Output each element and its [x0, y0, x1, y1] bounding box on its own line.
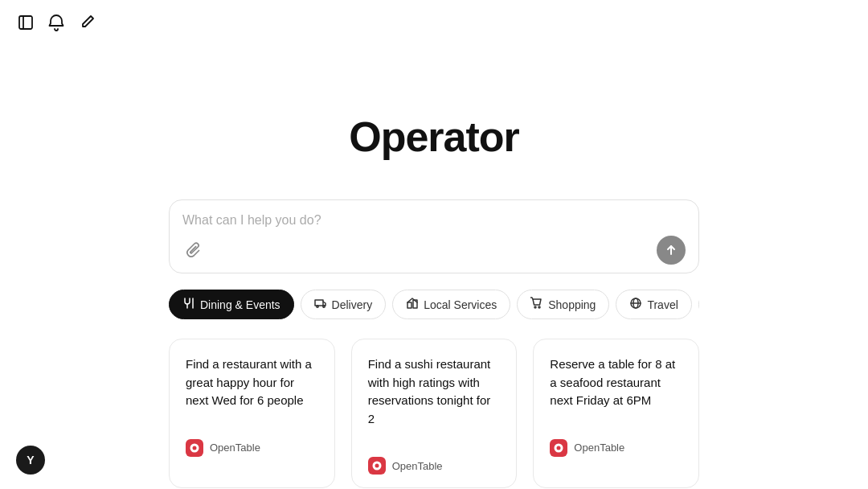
tab-delivery-label: Delivery [332, 298, 373, 311]
tab-news[interactable]: Ne... [698, 290, 699, 319]
suggestion-card-3[interactable]: Reserve a table for 8 at a seafood resta… [533, 339, 699, 488]
search-container [169, 199, 699, 273]
svg-rect-7 [407, 302, 411, 308]
local-icon [406, 297, 419, 312]
sidebar-toggle-icon[interactable] [16, 13, 35, 32]
tab-dining-label: Dining & Events [200, 298, 280, 311]
suggestion-card-1[interactable]: Find a restaurant with a great happy hou… [169, 339, 335, 488]
opentable-logo-3 [550, 439, 567, 457]
avatar[interactable]: Y [16, 446, 45, 475]
card-3-footer: OpenTable [550, 439, 682, 457]
tab-local-label: Local Services [424, 298, 497, 311]
svg-point-10 [538, 306, 540, 308]
tab-travel-label: Travel [647, 298, 678, 311]
card-3-text: Reserve a table for 8 at a seafood resta… [550, 355, 682, 410]
dining-icon [182, 297, 195, 312]
tab-local[interactable]: Local Services [392, 290, 510, 319]
travel-icon [629, 297, 642, 312]
cards-container: Find a restaurant with a great happy hou… [169, 339, 699, 488]
shopping-icon [530, 297, 543, 312]
svg-point-20 [375, 464, 379, 468]
tab-travel[interactable]: Travel [616, 290, 691, 319]
tab-shopping[interactable]: Shopping [517, 290, 609, 319]
svg-point-6 [322, 306, 324, 307]
svg-rect-0 [19, 16, 32, 29]
top-bar [16, 13, 96, 32]
card-1-source: OpenTable [210, 442, 260, 454]
tab-shopping-label: Shopping [548, 298, 596, 311]
app-title: Operator [349, 113, 519, 161]
card-2-footer: OpenTable [368, 457, 501, 475]
card-3-source: OpenTable [574, 442, 624, 454]
suggestion-card-2[interactable]: Find a sushi restaurant with high rating… [351, 339, 518, 488]
send-button[interactable] [657, 236, 686, 265]
tab-dining[interactable]: Dining & Events [169, 290, 294, 319]
svg-point-22 [557, 446, 561, 450]
compose-icon[interactable] [77, 13, 96, 32]
attach-icon[interactable] [182, 239, 205, 261]
card-2-text: Find a sushi restaurant with high rating… [368, 355, 501, 428]
bell-icon[interactable] [47, 13, 66, 32]
card-1-footer: OpenTable [186, 439, 318, 457]
tabs-container: Dining & Events Delivery [169, 290, 699, 319]
svg-point-18 [193, 446, 197, 450]
search-input[interactable] [182, 213, 686, 228]
card-2-source: OpenTable [392, 460, 443, 472]
opentable-logo-1 [186, 439, 203, 457]
card-1-text: Find a restaurant with a great happy hou… [186, 355, 318, 410]
svg-point-5 [316, 306, 317, 307]
svg-point-9 [534, 306, 536, 308]
main-content: Operator [0, 0, 868, 488]
search-actions [182, 236, 686, 265]
tab-delivery[interactable]: Delivery [301, 290, 387, 319]
opentable-logo-2 [368, 457, 386, 475]
delivery-icon [314, 297, 327, 312]
